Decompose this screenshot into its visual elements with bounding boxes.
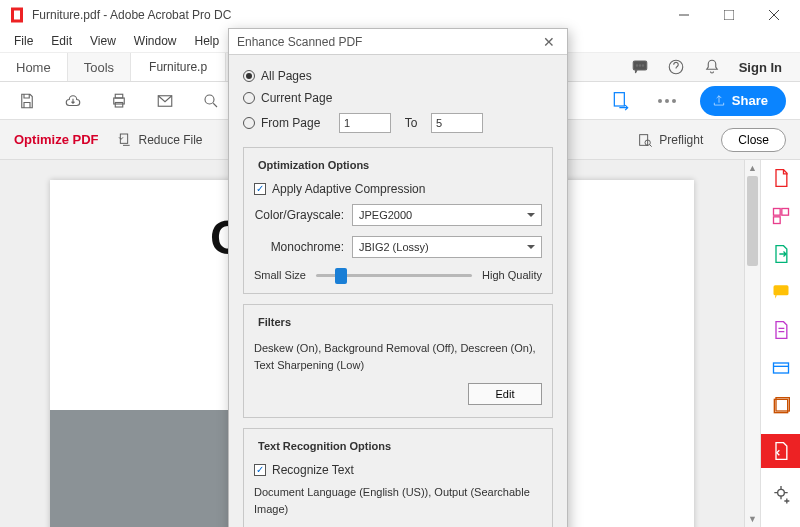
create-pdf-icon[interactable] [771, 168, 791, 188]
scroll-up-icon[interactable]: ▲ [745, 160, 760, 176]
search-icon[interactable] [198, 88, 224, 114]
close-window-button[interactable] [751, 0, 796, 30]
adaptive-checkbox[interactable]: Apply Adaptive Compression [254, 179, 542, 199]
radio-current-page[interactable]: Current Page [243, 87, 553, 109]
small-size-label: Small Size [254, 269, 306, 281]
text-rec-title: Text Recognition Options [254, 440, 395, 452]
menu-window[interactable]: Window [126, 31, 185, 51]
sign-in-button[interactable]: Sign In [739, 60, 782, 75]
help-icon[interactable] [667, 58, 685, 76]
optimize-pdf-rail-active[interactable] [761, 434, 801, 468]
minimize-button[interactable] [661, 0, 706, 30]
radio-from-page[interactable]: From Page 1 To 5 [243, 109, 553, 137]
optimize-title: Optimize PDF [14, 132, 99, 147]
redact-icon[interactable] [771, 358, 791, 378]
reduce-file-label: Reduce File [139, 133, 203, 147]
scroll-down-icon[interactable]: ▼ [745, 511, 760, 527]
svg-rect-0 [724, 10, 734, 20]
svg-rect-15 [773, 209, 780, 216]
to-page-input[interactable]: 5 [431, 113, 483, 133]
recognize-label: Recognize Text [272, 463, 354, 477]
chat-icon[interactable] [631, 58, 649, 76]
svg-rect-7 [115, 94, 123, 98]
menu-view[interactable]: View [82, 31, 124, 51]
text-recognition-group: Text Recognition Options Recognize Text … [243, 428, 553, 527]
fit-page-icon[interactable] [608, 88, 634, 114]
menu-edit[interactable]: Edit [43, 31, 80, 51]
radio-all-pages[interactable]: All Pages [243, 65, 553, 87]
more-icon[interactable] [654, 88, 680, 114]
print-icon[interactable] [106, 88, 132, 114]
radio-all-label: All Pages [261, 69, 312, 83]
color-label: Color/Grayscale: [254, 208, 344, 222]
color-select[interactable]: JPEG2000 [352, 204, 542, 226]
reduce-icon [117, 132, 133, 148]
save-icon[interactable] [14, 88, 40, 114]
dialog-title: Enhance Scanned PDF [237, 35, 362, 49]
from-page-input[interactable]: 1 [339, 113, 391, 133]
svg-point-22 [777, 489, 784, 496]
titlebar: Furniture.pdf - Adobe Acrobat Pro DC [0, 0, 800, 30]
right-tool-rail [760, 160, 800, 527]
bell-icon[interactable] [703, 58, 721, 76]
radio-icon [243, 70, 255, 82]
cloud-icon[interactable] [60, 88, 86, 114]
menu-file[interactable]: File [6, 31, 41, 51]
combine-icon[interactable] [771, 206, 791, 226]
slider-thumb[interactable] [335, 268, 347, 284]
radio-current-label: Current Page [261, 91, 332, 105]
svg-point-2 [636, 65, 638, 67]
preflight-label: Preflight [659, 133, 703, 147]
to-label: To [397, 116, 425, 130]
checkbox-icon [254, 464, 266, 476]
dialog-titlebar[interactable]: Enhance Scanned PDF ✕ [229, 29, 567, 55]
vertical-scrollbar[interactable]: ▲ ▼ [744, 160, 760, 527]
filters-summary: Deskew (On), Background Removal (Off), D… [254, 336, 542, 377]
mono-select[interactable]: JBIG2 (Lossy) [352, 236, 542, 258]
mail-icon[interactable] [152, 88, 178, 114]
scroll-thumb[interactable] [747, 176, 758, 266]
filters-title: Filters [254, 316, 295, 328]
quality-slider[interactable] [316, 274, 472, 277]
maximize-button[interactable] [706, 0, 751, 30]
filters-edit-button[interactable]: Edit [468, 383, 542, 405]
window-title: Furniture.pdf - Adobe Acrobat Pro DC [32, 8, 231, 22]
optimization-title: Optimization Options [254, 159, 373, 171]
svg-rect-17 [773, 217, 780, 224]
radio-icon [243, 117, 255, 129]
svg-point-3 [639, 65, 641, 67]
checkbox-icon [254, 183, 266, 195]
radio-icon [243, 92, 255, 104]
reduce-file-button[interactable]: Reduce File [117, 132, 203, 148]
svg-rect-19 [773, 363, 788, 373]
more-tools-icon[interactable] [771, 486, 791, 506]
adaptive-label: Apply Adaptive Compression [272, 182, 425, 196]
language-summary: Document Language (English (US)), Output… [254, 480, 542, 521]
svg-point-10 [205, 95, 214, 104]
dialog-close-icon[interactable]: ✕ [539, 34, 559, 50]
tab-home[interactable]: Home [0, 53, 68, 81]
comment-icon[interactable] [771, 282, 791, 302]
preflight-icon [637, 132, 653, 148]
preflight-button[interactable]: Preflight [637, 132, 703, 148]
mono-value: JBIG2 (Lossy) [359, 241, 429, 253]
svg-point-4 [642, 65, 644, 67]
tab-tools[interactable]: Tools [68, 53, 131, 81]
recognize-checkbox[interactable]: Recognize Text [254, 460, 542, 480]
share-arrow-icon [712, 94, 726, 108]
organize-icon[interactable] [771, 320, 791, 340]
menu-help[interactable]: Help [187, 31, 228, 51]
high-quality-label: High Quality [482, 269, 542, 281]
close-panel-button[interactable]: Close [721, 128, 786, 152]
tab-document[interactable]: Furniture.p [131, 53, 226, 81]
share-label: Share [732, 93, 768, 108]
optimization-group: Optimization Options Apply Adaptive Comp… [243, 147, 553, 294]
share-button[interactable]: Share [700, 86, 786, 116]
color-value: JPEG2000 [359, 209, 412, 221]
svg-rect-11 [614, 92, 624, 105]
filters-group: Filters Deskew (On), Background Removal … [243, 304, 553, 418]
export-icon[interactable] [771, 244, 791, 264]
svg-rect-18 [773, 285, 788, 295]
protect-icon[interactable] [771, 396, 791, 416]
mono-label: Monochrome: [254, 240, 344, 254]
